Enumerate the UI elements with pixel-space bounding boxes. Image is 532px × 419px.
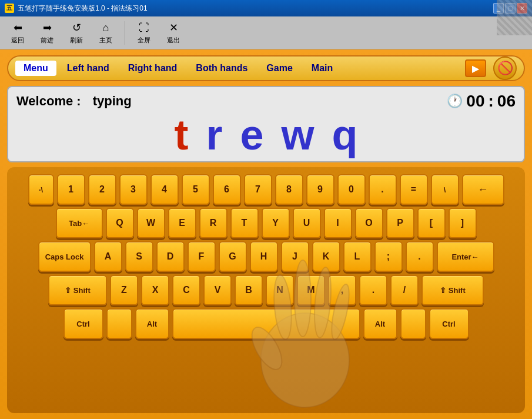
- key-ctrl-left[interactable]: Ctrl: [63, 308, 103, 339]
- key-l[interactable]: L: [343, 241, 372, 272]
- key-7[interactable]: 7: [244, 174, 272, 205]
- key-h[interactable]: H: [250, 241, 278, 272]
- key-f[interactable]: F: [188, 241, 216, 272]
- key-capslock[interactable]: Caps Lock: [38, 241, 91, 272]
- key-n[interactable]: N: [266, 275, 294, 305]
- key-1[interactable]: 1: [57, 174, 85, 205]
- key-v[interactable]: V: [203, 275, 232, 305]
- key-0[interactable]: 0: [337, 174, 366, 205]
- key-comma[interactable]: ,: [328, 275, 356, 305]
- key-enter[interactable]: Enter←: [437, 241, 494, 272]
- letters-display: t r e w q: [16, 111, 516, 159]
- key-b[interactable]: B: [235, 275, 263, 305]
- toolbar-back[interactable]: ⬅ 返回: [5, 21, 31, 45]
- key-r[interactable]: R: [199, 208, 227, 238]
- toolbar-fullscreen[interactable]: ⛶ 全屏: [131, 21, 157, 45]
- key-i[interactable]: I: [324, 208, 352, 238]
- key-slash[interactable]: /: [390, 275, 419, 305]
- display-header: Welcome : typing 🕐 00 : 06: [16, 92, 516, 111]
- key-m[interactable]: M: [297, 275, 325, 305]
- key-g[interactable]: G: [219, 241, 247, 272]
- key-t[interactable]: T: [230, 208, 259, 238]
- toolbar-sep: [125, 21, 125, 45]
- key-win-left[interactable]: [106, 308, 132, 339]
- nav-menu[interactable]: Menu: [15, 61, 56, 76]
- key-c[interactable]: C: [172, 275, 200, 305]
- toolbar-forward-label: 前进: [41, 36, 53, 45]
- toolbar-forward[interactable]: ➡ 前进: [34, 21, 60, 45]
- key-semicolon[interactable]: ;: [374, 241, 403, 272]
- nav-both-hands[interactable]: Both hands: [188, 61, 256, 76]
- key-row-2: Tab← Q W E R T Y U I O P [ ]: [13, 208, 519, 238]
- back-icon: ⬅: [11, 21, 25, 35]
- fullscreen-icon: ⛶: [137, 21, 151, 35]
- play-button[interactable]: ▶: [465, 59, 486, 77]
- toolbar: ⬅ 返回 ➡ 前进 ↺ 刷新 ⌂ 主页 ⛶ 全屏 ✕ 退出: [0, 16, 532, 49]
- key-alt-right[interactable]: Alt: [363, 308, 397, 339]
- key-space[interactable]: [172, 308, 360, 339]
- key-backslash[interactable]: \: [431, 174, 459, 205]
- nav-right-hand[interactable]: Right hand: [120, 61, 186, 76]
- key-row-4: ⇧ Shift Z X C V B N M , . / ⇧ Shift: [13, 275, 519, 305]
- welcome-label: Welcome :: [16, 94, 81, 109]
- nav-game[interactable]: Game: [258, 61, 300, 76]
- key-w[interactable]: W: [137, 208, 165, 238]
- key-shift-left[interactable]: ⇧ Shift: [48, 275, 107, 305]
- key-backspace[interactable]: ←: [462, 174, 504, 205]
- key-alt-left[interactable]: Alt: [135, 308, 169, 339]
- key-minus[interactable]: .: [369, 174, 397, 205]
- key-4[interactable]: 4: [150, 174, 179, 205]
- key-y[interactable]: Y: [262, 208, 290, 238]
- key-9[interactable]: 9: [306, 174, 334, 205]
- toolbar-exit-label: 退出: [167, 36, 180, 45]
- toolbar-refresh[interactable]: ↺ 刷新: [63, 21, 89, 45]
- key-o[interactable]: O: [355, 208, 383, 238]
- nav-bar: Menu Left hand Right hand Both hands Gam…: [7, 55, 525, 81]
- title-bar-left: 五 五笔打字随手练免安装版1.0 - 指法练习01: [5, 4, 148, 14]
- key-ctrl-right[interactable]: Ctrl: [429, 308, 469, 339]
- key-j[interactable]: J: [281, 241, 309, 272]
- key-win-right[interactable]: [400, 308, 426, 339]
- key-shift-right[interactable]: ⇧ Shift: [421, 275, 484, 305]
- key-equals[interactable]: =: [400, 174, 428, 205]
- key-q[interactable]: Q: [106, 208, 134, 238]
- key-6[interactable]: 6: [213, 174, 241, 205]
- letter-t: t: [174, 111, 188, 159]
- toolbar-exit[interactable]: ✕ 退出: [160, 21, 186, 45]
- key-2[interactable]: 2: [88, 174, 116, 205]
- key-x[interactable]: X: [141, 275, 169, 305]
- nav-left-hand[interactable]: Left hand: [59, 61, 118, 76]
- no-smoking-icon: 🚫: [493, 56, 517, 80]
- toolbar-fullscreen-label: 全屏: [138, 36, 150, 45]
- clock-icon: 🕐: [447, 94, 463, 109]
- display-area: Welcome : typing 🕐 00 : 06 t r e w q: [7, 86, 525, 162]
- key-lbracket[interactable]: [: [417, 208, 446, 238]
- timer-colon: :: [488, 92, 494, 111]
- exit-icon: ✕: [166, 21, 180, 35]
- title-bar: 五 五笔打字随手练免安装版1.0 - 指法练习01 _ □ ✕: [0, 0, 532, 16]
- key-k[interactable]: K: [312, 241, 340, 272]
- key-a[interactable]: A: [94, 241, 122, 272]
- key-u[interactable]: U: [293, 208, 321, 238]
- toolbar-home[interactable]: ⌂ 主页: [93, 21, 119, 45]
- keyboard-wrapper: ·\ 1 2 3 4 5 6 7 8 9 0 . = \ ← Tab← Q W …: [7, 167, 525, 413]
- letter-w: w: [282, 111, 314, 159]
- key-p[interactable]: P: [386, 208, 414, 238]
- key-d[interactable]: D: [156, 241, 185, 272]
- key-e[interactable]: E: [168, 208, 196, 238]
- key-5[interactable]: 5: [182, 174, 210, 205]
- timer-hours: 00: [466, 92, 484, 111]
- key-backtick[interactable]: ·\: [28, 174, 54, 205]
- key-3[interactable]: 3: [119, 174, 148, 205]
- key-tab[interactable]: Tab←: [56, 208, 103, 238]
- key-s[interactable]: S: [125, 241, 153, 272]
- key-rbracket[interactable]: ]: [449, 208, 477, 238]
- main-area: Menu Left hand Right hand Both hands Gam…: [0, 49, 532, 419]
- nav-main[interactable]: Main: [303, 61, 341, 76]
- key-z[interactable]: Z: [110, 275, 138, 305]
- key-8[interactable]: 8: [275, 174, 303, 205]
- key-period[interactable]: .: [359, 275, 387, 305]
- toolbar-refresh-label: 刷新: [70, 36, 83, 45]
- app-icon: 五: [5, 4, 14, 13]
- key-quote[interactable]: .: [406, 241, 434, 272]
